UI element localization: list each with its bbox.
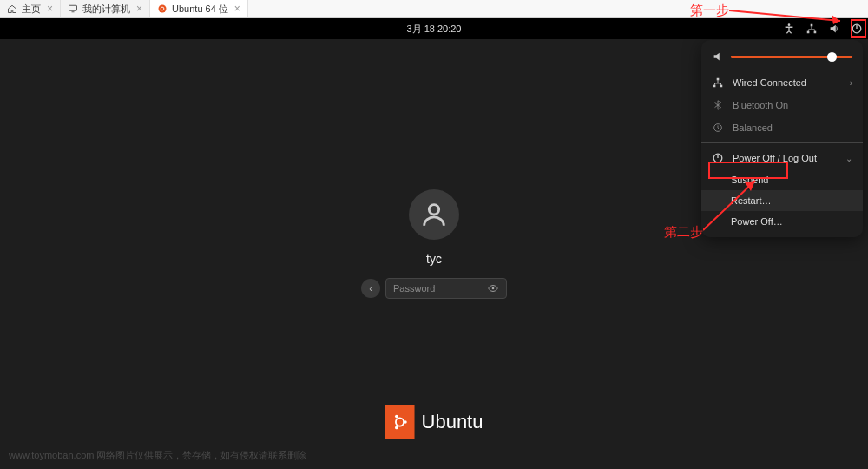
- chevron-right-icon: ›: [850, 78, 852, 88]
- svg-point-16: [404, 420, 407, 424]
- system-tray[interactable]: [783, 23, 863, 35]
- menu-poweroff[interactable]: Power Off…: [701, 211, 863, 232]
- menu-balanced-label: Balanced: [733, 122, 852, 133]
- login-panel: tyc ‹ Password: [361, 189, 507, 299]
- volume-slider-row: [701, 45, 863, 71]
- menu-power-section-label: Power Off / Log Out: [733, 153, 837, 163]
- svg-rect-10: [717, 78, 720, 81]
- ubuntu-brand: Ubuntu: [385, 405, 483, 439]
- network-icon[interactable]: [806, 23, 818, 35]
- svg-rect-12: [720, 85, 723, 88]
- monitor-icon: [68, 3, 78, 14]
- menu-bluetooth-label: Bluetooth On: [733, 100, 852, 110]
- menu-bluetooth[interactable]: Bluetooth On: [701, 94, 863, 116]
- tab-home[interactable]: 主页 ×: [0, 0, 61, 17]
- bluetooth-icon: [712, 99, 724, 111]
- menu-separator: [701, 142, 863, 143]
- svg-point-18: [395, 426, 398, 430]
- svg-rect-6: [814, 31, 817, 34]
- ubuntu-logo-icon: [385, 405, 415, 439]
- tab-home-label: 主页: [22, 3, 41, 16]
- svg-rect-0: [69, 5, 77, 10]
- home-icon: [7, 3, 17, 14]
- tab-computer[interactable]: 我的计算机 ×: [61, 0, 150, 17]
- close-icon[interactable]: ×: [234, 3, 240, 15]
- tab-computer-label: 我的计算机: [82, 3, 130, 16]
- svg-rect-4: [811, 24, 813, 27]
- accessibility-icon[interactable]: [783, 23, 795, 35]
- menu-balanced[interactable]: Balanced: [701, 116, 863, 139]
- svg-point-15: [396, 418, 404, 426]
- menu-wired-label: Wired Connected: [733, 77, 841, 88]
- ubuntu-icon: [157, 3, 168, 14]
- menu-wired[interactable]: Wired Connected ›: [701, 71, 863, 94]
- svg-rect-5: [807, 31, 810, 34]
- password-placeholder: Password: [393, 283, 435, 294]
- power-icon[interactable]: [851, 23, 863, 35]
- power-mode-icon: [712, 122, 724, 134]
- volume-slider[interactable]: [731, 56, 852, 58]
- visibility-icon[interactable]: [487, 282, 499, 294]
- back-button[interactable]: ‹: [361, 279, 380, 298]
- svg-point-17: [395, 415, 398, 419]
- close-icon[interactable]: ×: [47, 3, 53, 15]
- power-icon: [712, 152, 724, 164]
- network-icon: [712, 76, 724, 89]
- svg-point-3: [788, 23, 791, 26]
- svg-point-1: [159, 5, 167, 13]
- datetime-label[interactable]: 3月 18 20:20: [407, 23, 462, 36]
- close-icon[interactable]: ×: [136, 3, 142, 15]
- menu-power-section[interactable]: Power Off / Log Out ⌄: [701, 147, 863, 169]
- volume-icon: [712, 50, 724, 63]
- menu-suspend[interactable]: Suspend: [701, 169, 863, 190]
- svg-rect-11: [713, 85, 716, 88]
- system-menu: Wired Connected › Bluetooth On Balanced …: [701, 40, 863, 237]
- user-avatar[interactable]: [409, 189, 459, 240]
- svg-point-8: [429, 204, 438, 214]
- volume-icon[interactable]: [828, 23, 840, 35]
- tab-ubuntu[interactable]: Ubuntu 64 位 ×: [150, 0, 248, 17]
- svg-point-9: [492, 287, 495, 289]
- vm-host-tabs: 主页 × 我的计算机 × Ubuntu 64 位 ×: [0, 0, 868, 18]
- username-label: tyc: [361, 252, 507, 266]
- watermark-text: www.toymoban.com 网络图片仅供展示，禁存储，如有侵权请联系删除: [9, 449, 306, 462]
- annotation-step2: 第二步: [664, 224, 703, 241]
- chevron-down-icon: ⌄: [845, 154, 852, 163]
- password-input[interactable]: Password: [385, 278, 507, 299]
- menu-restart[interactable]: Restart…: [701, 190, 863, 211]
- ubuntu-brand-text: Ubuntu: [422, 411, 483, 433]
- ubuntu-top-bar: 3月 18 20:20: [0, 18, 868, 39]
- tab-ubuntu-label: Ubuntu 64 位: [172, 3, 228, 16]
